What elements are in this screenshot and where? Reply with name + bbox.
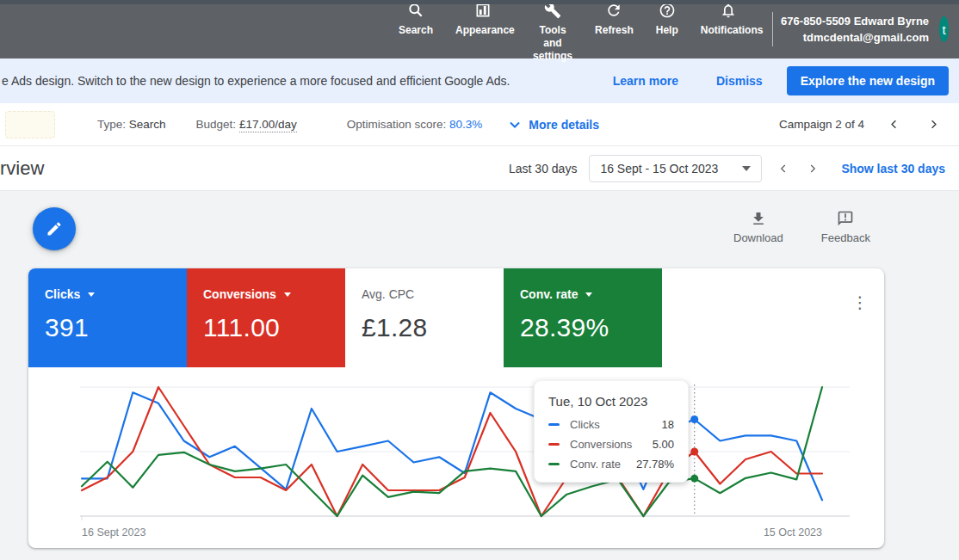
metric-avg-cpc-label: Avg. CPC <box>362 287 414 301</box>
banner-message: e Ads design. Switch to the new design t… <box>2 74 510 88</box>
metric-conv-rate-value: 28.39% <box>520 313 662 342</box>
previous-period-button[interactable] <box>769 154 798 183</box>
tooltip-conversions-value: 5.00 <box>653 438 674 451</box>
tooltip-row-conv-rate: Conv. rate 27.78% <box>548 458 674 471</box>
appearance-icon <box>474 2 492 19</box>
metric-dropdown-caret-icon <box>284 292 291 297</box>
metric-conversions[interactable]: Conversions 111.00 <box>187 268 345 367</box>
metric-avg-cpc[interactable]: Avg. CPC £1.28 <box>345 268 504 367</box>
chevron-left-icon <box>888 118 900 131</box>
overview-card: Clicks 391 Conversions 111.00 Avg. CPC £… <box>28 268 884 548</box>
download-button[interactable]: Download <box>733 210 783 244</box>
chevron-down-icon <box>510 121 520 128</box>
feedback-button[interactable]: Feedback <box>821 210 870 244</box>
page-title: rview <box>0 157 44 180</box>
campaign-status-chip[interactable] <box>5 111 55 138</box>
campaign-pager-text: Campaign 2 of 4 <box>779 118 864 131</box>
date-range-value: 16 Sept - 15 Oct 2023 <box>600 162 718 175</box>
account-email: tdmcdental@gmail.com <box>781 29 929 46</box>
optimisation-label: Optimisation score: <box>347 118 447 131</box>
type-label: Type: <box>97 118 126 131</box>
chart-tooltip: Tue, 10 Oct 2023 Clicks 18 Conversions 5… <box>534 380 689 483</box>
previous-campaign-button[interactable] <box>880 111 907 138</box>
budget-value[interactable]: £17.00/day <box>239 118 297 132</box>
feedback-icon <box>837 210 854 227</box>
avatar[interactable]: t <box>939 16 949 42</box>
download-icon <box>750 210 767 227</box>
tooltip-clicks-value: 18 <box>662 418 674 431</box>
overview-content: Download Feedback Clicks 391 Conversions… <box>0 191 959 560</box>
next-campaign-button[interactable] <box>919 111 947 138</box>
refresh-icon <box>605 2 622 19</box>
campaign-info-bar: Type: Search Budget: £17.00/day Optimisa… <box>0 103 959 146</box>
x-axis-end-label: 15 Oct 2023 <box>764 526 822 538</box>
download-label: Download <box>733 231 783 244</box>
topbar: Search Appearance Tools and settings Ref… <box>0 0 959 58</box>
metric-clicks-label: Clicks <box>45 287 80 301</box>
bell-icon <box>720 2 737 19</box>
nav-tools-settings[interactable]: Tools and settings <box>522 0 584 66</box>
nav-appearance[interactable]: Appearance <box>444 0 522 40</box>
chevron-right-icon <box>928 118 939 131</box>
optimisation-value: 80.3% <box>449 118 482 131</box>
dismiss-link[interactable]: Dismiss <box>716 74 763 88</box>
metric-conv-rate[interactable]: Conv. rate 28.39% <box>504 268 662 367</box>
chevron-right-icon <box>807 163 818 175</box>
date-range-label: Last 30 days <box>509 162 577 175</box>
show-last-30-days-link[interactable]: Show last 30 days <box>841 162 945 175</box>
more-details-link[interactable]: More details <box>510 118 599 132</box>
account-name: 676-850-5509 Edward Byrne <box>781 13 929 29</box>
metric-clicks-value: 391 <box>45 313 187 342</box>
dropdown-caret-icon <box>742 166 751 171</box>
account-info[interactable]: 676-850-5509 Edward Byrne tdmcdental@gma… <box>781 13 929 46</box>
card-actions: Download Feedback <box>733 210 870 244</box>
more-details-label: More details <box>529 118 599 132</box>
nav-refresh[interactable]: Refresh <box>584 0 645 40</box>
metric-avg-cpc-value: £1.28 <box>362 313 504 342</box>
type-value: Search <box>129 118 166 131</box>
budget-label: Budget: <box>196 118 237 131</box>
conversions-series-swatch <box>548 443 560 446</box>
nav-help[interactable]: Help <box>645 0 690 40</box>
topbar-nav: Search Appearance Tools and settings Ref… <box>387 0 767 66</box>
search-icon <box>407 2 424 19</box>
tooltip-date: Tue, 10 Oct 2023 <box>548 394 674 409</box>
chevron-left-icon <box>778 163 789 175</box>
metric-conv-rate-label: Conv. rate <box>520 287 578 301</box>
tooltip-row-clicks: Clicks 18 <box>548 418 674 431</box>
optimisation-score: Optimisation score: 80.3% <box>347 118 483 131</box>
date-range-selector[interactable]: 16 Sept - 15 Oct 2023 <box>589 155 762 182</box>
next-period-button[interactable] <box>798 154 827 183</box>
overview-header: rview Last 30 days 16 Sept - 15 Oct 2023… <box>0 146 959 191</box>
tooltip-conv-rate-value: 27.78% <box>636 458 674 471</box>
wrench-icon <box>544 2 561 19</box>
metric-conversions-value: 111.00 <box>203 313 345 342</box>
campaign-budget: Budget: £17.00/day <box>196 118 297 131</box>
tooltip-row-conversions: Conversions 5.00 <box>548 438 674 451</box>
learn-more-link[interactable]: Learn more <box>613 74 678 88</box>
nav-help-label: Help <box>656 24 678 37</box>
metric-conversions-label: Conversions <box>203 287 276 301</box>
feedback-label: Feedback <box>821 231 870 244</box>
nav-refresh-label: Refresh <box>595 24 634 37</box>
pencil-icon <box>46 220 63 237</box>
nav-notifications[interactable]: Notifications <box>690 0 767 40</box>
nav-search-label: Search <box>399 24 433 37</box>
explore-new-design-button[interactable]: Explore the new design <box>787 66 949 95</box>
edit-fab-button[interactable] <box>33 207 76 250</box>
card-menu-button[interactable]: ⋮ <box>848 291 872 315</box>
tooltip-conversions-label: Conversions <box>570 438 653 451</box>
x-axis-start-label: 16 Sept 2023 <box>82 526 145 538</box>
help-icon <box>659 2 676 19</box>
nav-search[interactable]: Search <box>387 0 444 40</box>
campaign-type: Type: Search <box>97 118 166 131</box>
overview-chart-svg <box>28 378 884 551</box>
metric-clicks[interactable]: Clicks 391 <box>28 268 187 367</box>
metric-dropdown-caret-icon <box>585 292 592 297</box>
metrics-row: Clicks 391 Conversions 111.00 Avg. CPC £… <box>28 268 884 367</box>
tooltip-conv-rate-label: Conv. rate <box>570 458 636 471</box>
nav-appearance-label: Appearance <box>455 24 510 37</box>
clicks-series-swatch <box>548 423 560 427</box>
conv-rate-series-swatch <box>548 463 560 466</box>
overview-chart[interactable]: 16 Sept 2023 15 Oct 2023 Tue, 10 Oct 202… <box>28 378 884 542</box>
